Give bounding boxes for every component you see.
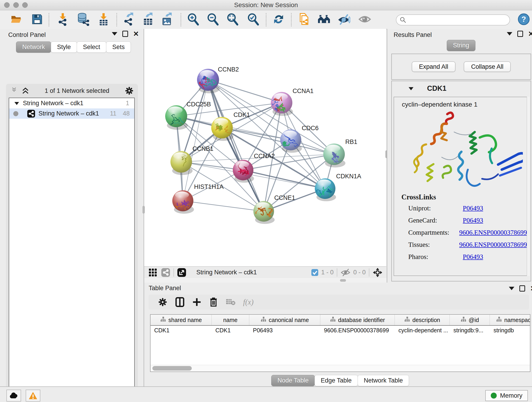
help-icon[interactable]: ? — [518, 13, 530, 26]
control-tab-select[interactable]: Select — [77, 41, 106, 53]
splitter-handle-bottom[interactable] — [340, 279, 346, 282]
network-node-CCNB1[interactable]: CCNB1 — [171, 145, 214, 175]
zoom-in-icon[interactable] — [187, 13, 199, 27]
expand-all-button[interactable]: Expand All — [412, 61, 456, 72]
network-edge[interactable] — [222, 128, 334, 154]
tree-collapse-icon[interactable] — [14, 101, 19, 105]
network-edge[interactable] — [183, 201, 264, 211]
table-panel-close-icon[interactable]: ✕ — [530, 286, 532, 291]
cloud-status-button[interactable] — [6, 390, 21, 402]
memory-button[interactable]: Memory — [485, 390, 528, 401]
import-network-database-icon[interactable] — [76, 13, 89, 27]
crosslink-link[interactable]: P06493 — [463, 204, 483, 212]
column-header-shared-name[interactable]: shared name — [151, 315, 212, 325]
control-panel-float-icon[interactable] — [122, 31, 128, 37]
column-header-@id[interactable]: @id — [450, 315, 490, 325]
save-session-icon[interactable] — [31, 13, 43, 26]
crosslink-label: Tissues: — [408, 241, 459, 249]
crosslink-row: GeneCard:P06493 — [408, 217, 527, 224]
warnings-button[interactable] — [26, 390, 40, 402]
results-panel-float-icon[interactable] — [517, 31, 523, 37]
birdseye-view-icon[interactable] — [177, 268, 186, 277]
grid-view-icon[interactable] — [148, 268, 157, 277]
show-eye-icon[interactable] — [358, 14, 371, 26]
control-tab-sets[interactable]: Sets — [106, 41, 131, 53]
show-columns-icon[interactable] — [175, 297, 184, 307]
crosslinks-list: Uniprot:P06493GeneCard:P06493Compartment… — [408, 204, 527, 261]
table-header-row: shared namenamecanonical namedatabase id… — [151, 315, 530, 326]
network-options-gear-icon[interactable] — [125, 86, 134, 95]
network-canvas[interactable]: CCNB2CCNA1CDC25BCDK1CDC6RB1CCNB1CCNA2CDK… — [144, 29, 386, 266]
crosslink-link[interactable]: P06493 — [463, 253, 483, 261]
import-network-file-icon[interactable] — [57, 13, 69, 27]
zoom-out-icon[interactable] — [206, 13, 219, 27]
results-tab-string[interactable]: String — [447, 40, 475, 51]
table-tab-node-table[interactable]: Node Table — [271, 375, 315, 386]
control-tab-style[interactable]: Style — [51, 41, 77, 53]
table-panel-menu-icon[interactable] — [509, 287, 514, 290]
crosslink-link[interactable]: P06493 — [463, 217, 483, 224]
open-folder-icon[interactable] — [10, 13, 22, 26]
add-column-icon[interactable] — [192, 298, 201, 307]
network-node-RB1[interactable]: RB1 — [323, 138, 357, 167]
results-panel-menu-icon[interactable] — [507, 32, 512, 36]
network-node-CDC6[interactable]: CDC6 — [277, 125, 319, 153]
table-cell: cyclin-dependent ... — [395, 327, 450, 334]
table-tab-network-table[interactable]: Network Table — [358, 375, 409, 386]
network-edge[interactable] — [208, 80, 282, 103]
control-tab-network[interactable]: Network — [16, 41, 51, 53]
table-tab-edge-table[interactable]: Edge Table — [315, 375, 358, 386]
column-header-canonical-name[interactable]: canonical name — [249, 315, 320, 325]
column-header-database-identifier[interactable]: database identifier — [320, 315, 395, 325]
table-row[interactable]: CDK1CDK1P064939606.ENSP00000378699cyclin… — [151, 326, 530, 335]
zoom-selected-icon[interactable] — [247, 13, 259, 27]
network-node-CDK1[interactable]: CDK1 — [211, 111, 250, 141]
table-horizontal-scrollbar[interactable] — [151, 365, 530, 371]
control-panel-close-icon[interactable]: ✕ — [133, 32, 139, 36]
zoom-fit-icon[interactable] — [226, 13, 239, 27]
column-header-namespace[interactable]: namespace — [490, 315, 530, 325]
export-table-icon[interactable] — [142, 13, 154, 27]
toolbar-search-input[interactable] — [396, 14, 510, 26]
apply-layout-refresh-icon[interactable] — [272, 13, 285, 27]
network-edge[interactable] — [208, 80, 334, 154]
results-panel-close-icon[interactable]: ✕ — [528, 32, 532, 36]
network-edge[interactable] — [208, 80, 264, 211]
delete-column-icon[interactable] — [209, 297, 218, 307]
network-node-CCNA1[interactable]: CCNA1 — [268, 88, 314, 116]
network-node-HIST1H1A[interactable]: HIST1H1A — [171, 183, 224, 214]
show-all-networks-icon[interactable] — [317, 13, 331, 26]
scrollbar-thumb[interactable] — [152, 366, 192, 370]
network-node-CCNB2[interactable]: CCNB2 — [195, 66, 239, 95]
control-panel-tabs: NetworkStyleSelectSets — [16, 41, 131, 53]
results-scrollbar[interactable] — [527, 97, 530, 276]
gene-section-header[interactable]: CDK1 — [392, 81, 531, 96]
network-edge[interactable] — [243, 170, 325, 189]
network-edge[interactable] — [176, 116, 291, 140]
network-tree-item-row[interactable]: String Network – cdk1 11 48 — [9, 108, 134, 119]
pan-crosshair-icon[interactable] — [373, 268, 383, 278]
import-table-icon[interactable] — [97, 13, 110, 27]
splitter-handle-left[interactable] — [143, 206, 145, 214]
collapse-all-icon[interactable] — [11, 87, 18, 95]
column-header-description[interactable]: description — [395, 315, 450, 325]
crosslink-link[interactable]: 9606.ENSP00000378699 — [459, 229, 527, 236]
column-header-name[interactable]: name — [212, 315, 249, 325]
network-badge-icon[interactable] — [161, 268, 170, 277]
network-node-CDKN1A[interactable]: CDKN1A — [311, 173, 361, 201]
clone-network-icon[interactable] — [298, 12, 310, 27]
network-tree-root-row[interactable]: String Network – cdk1 1 — [9, 98, 134, 108]
control-panel-menu-icon[interactable] — [112, 32, 117, 36]
export-image-icon[interactable] — [161, 13, 173, 27]
crosslink-link[interactable]: 9606.ENSP00000378699 — [459, 241, 527, 249]
expand-all-icon[interactable] — [22, 87, 29, 95]
section-collapse-icon[interactable] — [408, 86, 414, 91]
network-edge[interactable] — [183, 80, 208, 201]
selected-checkbox-icon[interactable] — [311, 269, 318, 276]
hide-selected-eye-slash-icon[interactable] — [337, 13, 350, 26]
network-node-CCNE1[interactable]: CCNE1 — [253, 194, 295, 224]
table-panel-float-icon[interactable] — [519, 285, 525, 292]
collapse-all-button[interactable]: Collapse All — [464, 61, 511, 72]
export-network-icon[interactable] — [123, 13, 135, 27]
table-options-gear-icon[interactable] — [158, 297, 167, 307]
